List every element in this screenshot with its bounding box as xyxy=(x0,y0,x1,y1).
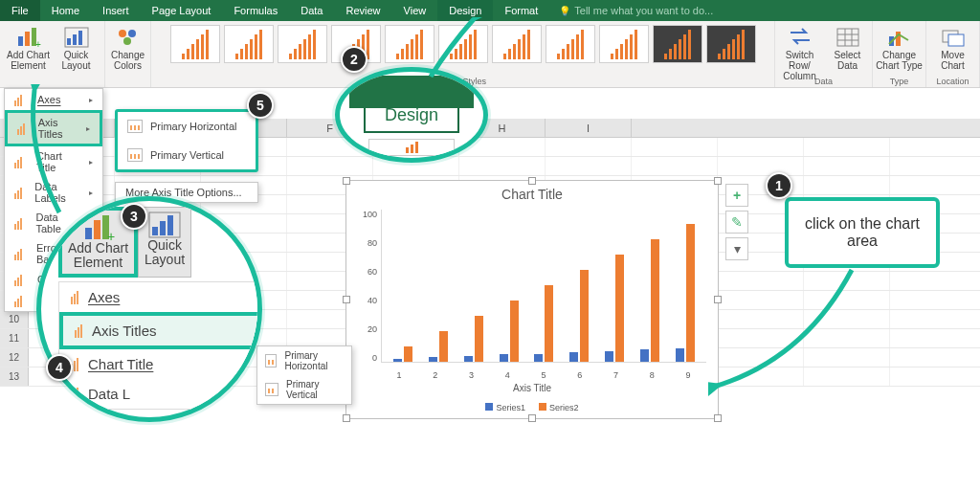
grid-icon xyxy=(835,27,860,48)
data-group-label: Data xyxy=(775,77,872,86)
tab-format[interactable]: Format xyxy=(493,0,549,21)
chart-title[interactable]: Chart Title xyxy=(346,187,718,202)
svg-rect-21 xyxy=(94,220,100,239)
svg-rect-1 xyxy=(25,32,30,46)
chart-style-thumb[interactable] xyxy=(492,25,542,63)
chart-style-thumb[interactable] xyxy=(170,25,220,63)
tab-design[interactable]: Design xyxy=(437,0,493,21)
tab-file[interactable]: File xyxy=(0,0,40,21)
plot-area[interactable] xyxy=(381,210,706,363)
zoom-menu-axes: Axes▸ xyxy=(59,282,262,312)
chart-side-buttons: + ✎ ▾ xyxy=(725,184,748,260)
x-axis-title[interactable]: Axis Title xyxy=(346,383,718,393)
chart-style-thumb[interactable] xyxy=(278,25,327,63)
tab-formulas[interactable]: Formulas xyxy=(222,0,289,21)
svg-text:+: + xyxy=(35,39,41,48)
svg-rect-5 xyxy=(67,38,71,45)
chart-style-thumb[interactable] xyxy=(438,25,488,63)
x-axis: 123456789 xyxy=(381,370,706,380)
svg-rect-27 xyxy=(167,215,173,235)
badge-1: 1 xyxy=(766,172,792,199)
tab-insert[interactable]: Insert xyxy=(91,0,141,21)
svg-rect-25 xyxy=(152,227,158,235)
svg-rect-26 xyxy=(160,221,166,235)
svg-rect-7 xyxy=(78,31,82,45)
badge-5: 5 xyxy=(247,92,274,119)
data-labels-icon xyxy=(14,186,27,199)
tab-page-layout[interactable]: Page Layout xyxy=(141,0,223,21)
svg-point-10 xyxy=(123,37,131,45)
add-chart-element-button[interactable]: + Add Chart Element xyxy=(5,23,53,71)
chart-elements-plus[interactable]: + xyxy=(725,184,748,207)
svg-rect-11 xyxy=(837,29,858,46)
chart-style-thumb[interactable] xyxy=(706,25,756,63)
chart-style-thumb[interactable] xyxy=(653,25,702,63)
primary-horizontal[interactable]: Primary Horizontal xyxy=(118,112,256,141)
axis-titles-submenu[interactable]: Primary Horizontal Primary Vertical xyxy=(115,109,258,172)
zoom-menu-chart-title: Chart Title▸ xyxy=(59,349,262,379)
ribbon-tabs: File Home Insert Page Layout Formulas Da… xyxy=(0,0,980,21)
tab-data[interactable]: Data xyxy=(289,0,334,21)
column-chart-icon: + xyxy=(16,27,41,48)
primary-vertical[interactable]: Primary Vertical xyxy=(118,141,256,169)
tab-view[interactable]: View xyxy=(392,0,438,21)
switch-row-column-button[interactable]: Switch Row/ Column xyxy=(776,23,824,81)
chart-styles-gallery[interactable] xyxy=(168,22,758,66)
chart-style-thumb[interactable] xyxy=(599,25,649,63)
axis-h-icon xyxy=(127,120,143,133)
legend-icon xyxy=(14,294,30,307)
svg-point-9 xyxy=(128,30,136,37)
type-group-label: Type xyxy=(873,77,925,86)
svg-point-8 xyxy=(119,30,126,37)
layout-icon xyxy=(64,27,89,48)
chart-style-thumb[interactable] xyxy=(385,25,434,63)
svg-rect-6 xyxy=(73,34,77,45)
change-colors-button[interactable]: Change Colors xyxy=(104,23,152,71)
chart-title-icon xyxy=(14,155,29,168)
badge-3: 3 xyxy=(121,203,147,230)
chart[interactable]: Chart Title 100806040200 123456789 Axis … xyxy=(345,180,719,419)
move-icon xyxy=(941,27,966,48)
palette-icon xyxy=(116,27,141,48)
chart-filter[interactable]: ▾ xyxy=(725,237,748,260)
axis-v-icon xyxy=(127,148,143,162)
tab-review[interactable]: Review xyxy=(334,0,391,21)
svg-rect-0 xyxy=(18,36,23,46)
svg-rect-19 xyxy=(948,34,964,46)
menu-axes[interactable]: Axes▸ xyxy=(5,89,102,110)
axis-titles-icon xyxy=(17,122,31,135)
chart-style-thumb[interactable] xyxy=(546,25,595,63)
y-axis: 100806040200 xyxy=(354,210,377,363)
axis-titles-submenu-mini: Primary Horizontal Primary Vertical xyxy=(256,345,352,405)
legend[interactable]: Series1 Series2 xyxy=(346,403,718,412)
svg-rect-20 xyxy=(85,228,92,239)
chart-style-thumb[interactable] xyxy=(224,25,274,63)
callout-design-tab: Design xyxy=(335,67,488,163)
select-data-button[interactable]: Select Data xyxy=(824,23,872,81)
menu-chart-title[interactable]: Chart Title▸ xyxy=(5,146,102,177)
data-table-icon xyxy=(14,216,29,230)
callout-add-element-zoom: + Add Chart Element Quick Layout Axes▸ A… xyxy=(36,196,262,422)
quick-layout-button[interactable]: Quick Layout xyxy=(53,23,100,71)
change-chart-type-button[interactable]: Change Chart Type xyxy=(876,23,924,71)
move-chart-button[interactable]: Move Chart xyxy=(929,23,977,71)
zoom-menu-axis-titles: Axis Titles▸ xyxy=(59,312,262,349)
menu-axis-titles[interactable]: Axis Titles▸ xyxy=(5,110,102,146)
axes-icon xyxy=(14,93,30,106)
switch-icon xyxy=(788,27,813,48)
chart-type-icon xyxy=(887,27,912,48)
menu-data-labels[interactable]: Data Labels▸ xyxy=(5,177,102,208)
ribbon: + Add Chart Element Quick Layout Change … xyxy=(0,21,980,88)
callout-note: click on the chart area xyxy=(785,197,940,268)
tab-home[interactable]: Home xyxy=(40,0,91,21)
gridlines-icon xyxy=(14,273,30,286)
chart-styles-brush[interactable]: ✎ xyxy=(725,211,748,234)
tell-me[interactable]: Tell me what you want to do... xyxy=(549,5,713,16)
location-group-label: Location xyxy=(926,77,979,86)
error-bars-icon xyxy=(14,247,29,260)
badge-2: 2 xyxy=(341,46,368,73)
badge-4: 4 xyxy=(46,354,73,381)
